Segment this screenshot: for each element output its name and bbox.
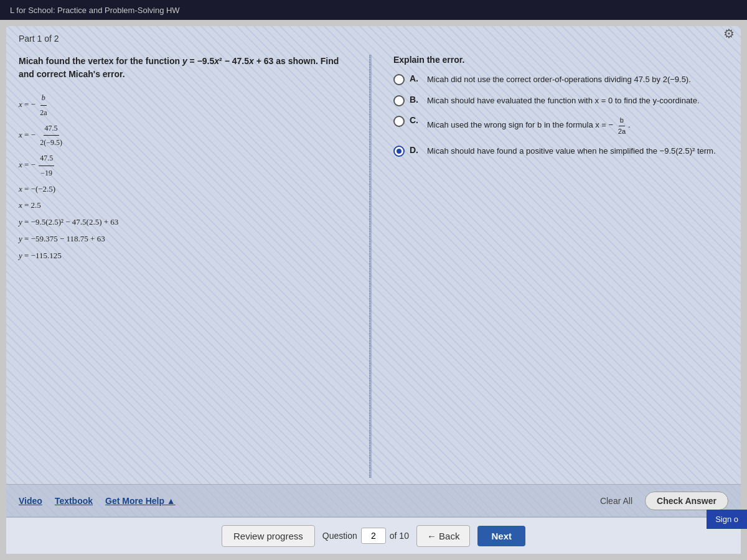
radio-a[interactable] (393, 74, 405, 85)
radio-d[interactable] (393, 146, 405, 157)
clear-all-button[interactable]: Clear All (600, 496, 632, 506)
option-c-text: Micah used the wrong sign for b in the f… (427, 115, 631, 136)
question-number-input[interactable] (361, 528, 386, 544)
question-text: Micah found the vertex for the function … (19, 55, 354, 81)
option-b-letter: B. (410, 95, 422, 105)
video-button[interactable]: Video (19, 496, 42, 506)
math-work: x = − b2a x = − 47.52(−9.5) x = − 47.5−1… (19, 91, 354, 263)
get-more-help-button[interactable]: Get More Help ▲ (105, 496, 176, 506)
main-area: Part 1 of 2 Micah found the vertex for t… (6, 26, 741, 554)
option-b-text: Micah should have evaluated the function… (427, 95, 700, 107)
review-progress-button[interactable]: Review progress (222, 525, 315, 547)
top-bar: L for School: Practice and Problem-Solvi… (0, 0, 747, 20)
option-b[interactable]: B. Micah should have evaluated the funct… (393, 95, 728, 107)
part-label: Part 1 of 2 (6, 26, 741, 49)
option-d-letter: D. (410, 145, 422, 155)
nav-bar: Review progress Question of 10 ← Back Ne… (6, 516, 741, 554)
settings-icon[interactable]: ⚙ (723, 26, 735, 41)
page-title: L for School: Practice and Problem-Solvi… (10, 6, 180, 15)
bottom-toolbar: Video Textbook Get More Help ▲ Clear All… (6, 484, 741, 516)
radio-c[interactable] (393, 116, 405, 127)
check-answer-button[interactable]: Check Answer (645, 492, 728, 510)
radio-b[interactable] (393, 95, 405, 106)
back-button[interactable]: ← Back (416, 525, 471, 547)
textbook-button[interactable]: Textbook (55, 496, 93, 506)
option-a[interactable]: A. Micah did not use the correct order-o… (393, 73, 728, 86)
question-label: Question (322, 531, 357, 541)
left-panel: Micah found the vertex for the function … (19, 55, 354, 478)
right-panel: Explain the error. A. Micah did not use … (387, 55, 728, 478)
option-d[interactable]: D. Micah should have found a positive va… (393, 145, 728, 157)
question-nav: Question of 10 (322, 528, 409, 544)
option-c-letter: C. (410, 115, 422, 125)
option-a-text: Micah did not use the correct order-of-o… (427, 73, 691, 86)
option-d-text: Micah should have found a positive value… (427, 145, 716, 157)
option-c[interactable]: C. Micah used the wrong sign for b in th… (393, 115, 728, 136)
total-questions: of 10 (390, 531, 409, 541)
explain-label: Explain the error. (393, 55, 728, 65)
divider (369, 55, 372, 478)
option-a-letter: A. (410, 73, 422, 83)
next-button[interactable]: Next (477, 526, 525, 546)
sign-out-button[interactable]: Sign o (707, 510, 747, 529)
question-container: Micah found the vertex for the function … (6, 49, 741, 484)
